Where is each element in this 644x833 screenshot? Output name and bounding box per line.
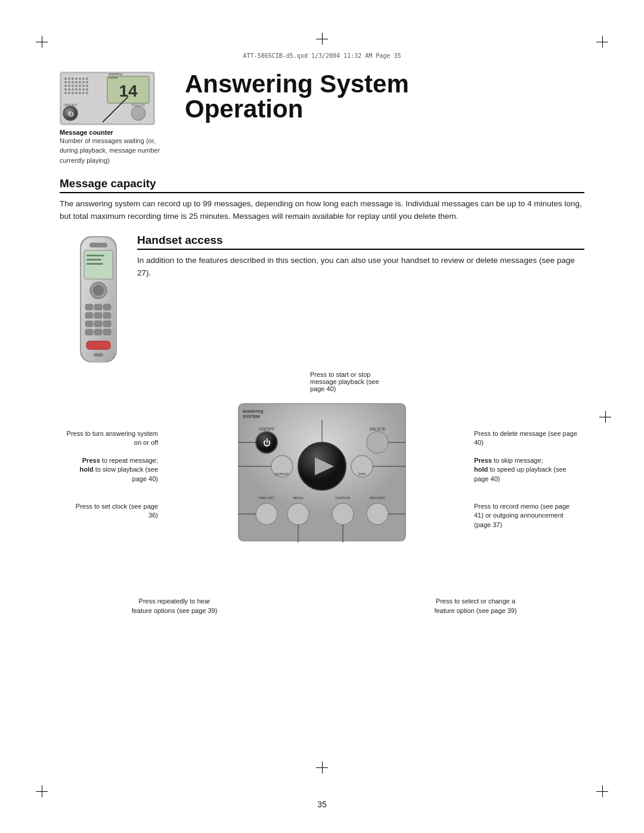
message-capacity-body: The answering system can record up to 99… [60, 198, 584, 223]
svg-rect-67 [103, 329, 111, 335]
svg-point-26 [79, 88, 81, 91]
svg-rect-52 [86, 259, 101, 261]
svg-point-8 [64, 81, 67, 83]
svg-text:SYSTEM: SYSTEM [243, 414, 260, 419]
svg-point-88 [256, 503, 277, 525]
svg-point-6 [82, 78, 85, 80]
small-device-area: 14 answering system ON/OFF DELETE ⏻ [60, 72, 167, 165]
svg-point-7 [86, 78, 88, 80]
base-unit-small-svg: 14 answering system ON/OFF DELETE ⏻ [60, 72, 155, 125]
svg-rect-63 [94, 321, 102, 327]
svg-rect-59 [85, 312, 93, 318]
callout-repeat: Press to repeat message; hold to slow pl… [66, 456, 158, 484]
svg-rect-62 [85, 321, 93, 327]
svg-point-2 [68, 78, 70, 80]
svg-point-19 [79, 85, 81, 87]
svg-point-1 [64, 78, 67, 80]
top-section: 14 answering system ON/OFF DELETE ⏻ [60, 72, 584, 165]
svg-rect-53 [86, 263, 103, 265]
svg-point-55 [93, 285, 104, 296]
small-device-image: 14 answering system ON/OFF DELETE ⏻ [60, 72, 155, 125]
svg-point-14 [86, 81, 88, 83]
svg-rect-64 [103, 321, 111, 327]
svg-text:SKIP: SKIP [358, 472, 366, 476]
callout-onoff: Press to turn answering system on or off [66, 429, 158, 448]
message-capacity-header: Message capacity [60, 177, 584, 193]
svg-point-21 [86, 85, 88, 87]
svg-point-90 [332, 503, 354, 525]
callout-menu: Press repeatedly to hear feature options… [131, 597, 218, 615]
svg-text:REPEAT: REPEAT [275, 472, 289, 476]
svg-point-12 [79, 81, 81, 83]
handset-access-section: Handset access In addition to the featur… [137, 234, 584, 365]
svg-point-20 [82, 85, 85, 87]
message-counter-text: Number of messages waiting (or, during p… [60, 137, 160, 164]
svg-rect-60 [94, 312, 102, 318]
svg-text:MENU: MENU [293, 496, 304, 500]
handset-access-body: In addition to the features described in… [137, 255, 584, 280]
callout-timeset: Press to set clock (see page 36) [66, 502, 158, 521]
svg-point-23 [68, 88, 70, 91]
svg-text:ON/OFF: ON/OFF [259, 427, 274, 431]
page-number: 35 [317, 800, 327, 809]
svg-point-13 [82, 81, 85, 83]
callout-delete: Press to delete message (see page 40) [474, 429, 578, 448]
svg-point-22 [64, 88, 67, 91]
svg-point-34 [82, 92, 85, 94]
svg-text:answering: answering [243, 409, 264, 414]
page-title: Answering System Operation [185, 72, 584, 122]
cross-center-right [599, 411, 611, 423]
svg-point-5 [79, 78, 81, 80]
svg-point-9 [68, 81, 70, 83]
svg-text:⏻: ⏻ [263, 438, 271, 447]
svg-point-32 [75, 92, 78, 94]
handset-svg [69, 234, 128, 365]
svg-point-15 [64, 85, 67, 87]
header-file-info: ATT-5865CIB-d5.qxd 1/3/2004 11:32 AM Pag… [60, 52, 584, 59]
svg-text:TIME SET: TIME SET [258, 496, 275, 500]
svg-point-18 [75, 85, 78, 87]
svg-rect-57 [94, 304, 102, 310]
message-capacity-section: Message capacity The answering system ca… [60, 177, 584, 223]
diagram-section: Press to start or stop message playback … [60, 371, 584, 621]
svg-text:CHANGE: CHANGE [335, 496, 351, 500]
svg-point-11 [75, 81, 78, 83]
message-capacity-title: Message capacity [60, 177, 156, 190]
page-title-area: Answering System Operation [185, 72, 584, 122]
reg-mark-tl [36, 36, 48, 48]
svg-point-10 [72, 81, 74, 83]
svg-text:14: 14 [119, 82, 138, 100]
svg-point-89 [287, 503, 309, 525]
svg-point-33 [79, 92, 81, 94]
cross-top-center [316, 33, 328, 45]
svg-point-16 [68, 85, 70, 87]
page-title-line1: Answering System [185, 70, 409, 98]
svg-rect-66 [94, 329, 102, 335]
svg-point-25 [75, 88, 78, 91]
svg-point-17 [72, 85, 74, 87]
base-unit-large-svg: answering SYSTEM ON/OFF DELETE ⏻ REPEAT [236, 395, 408, 544]
svg-text:⏻: ⏻ [68, 111, 74, 117]
svg-rect-68 [86, 341, 110, 349]
svg-rect-65 [85, 329, 93, 335]
device-caption: Message counter Number of messages waiti… [60, 129, 167, 165]
callout-record: Press to record memo (see page 41) or ou… [474, 502, 578, 529]
svg-point-3 [72, 78, 74, 80]
svg-point-31 [72, 92, 74, 94]
svg-rect-56 [85, 304, 93, 310]
handset-access-title: Handset access [137, 234, 223, 246]
callout-skip: Press to skip message; hold to speed up … [474, 456, 578, 484]
reg-mark-br [596, 785, 608, 797]
svg-point-30 [68, 92, 70, 94]
message-counter-label: Message counter [60, 129, 167, 136]
handset-access-header: Handset access [137, 234, 584, 250]
reg-mark-tr [596, 36, 608, 48]
diagram-container: Press to start or stop message playback … [60, 371, 584, 621]
svg-point-24 [72, 88, 74, 91]
callout-playback-top: Press to start or stop message playback … [310, 371, 388, 392]
page-content: 14 answering system ON/OFF DELETE ⏻ [60, 72, 584, 773]
handset-image-area [60, 234, 137, 365]
svg-text:system: system [109, 76, 118, 79]
svg-point-35 [86, 92, 88, 94]
page-title-line2: Operation [185, 95, 303, 123]
